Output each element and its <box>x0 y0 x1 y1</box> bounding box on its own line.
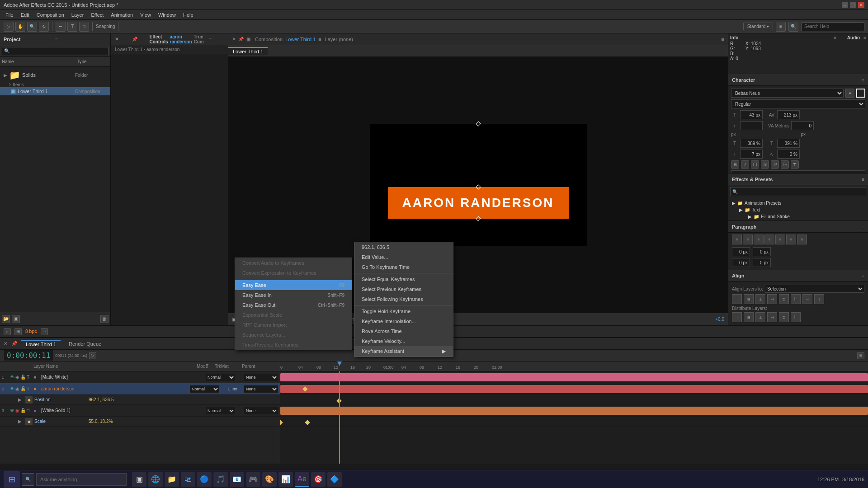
flow-btn[interactable]: → <box>41 328 48 335</box>
tool-shape[interactable]: □ <box>79 22 89 32</box>
effect-controls-pin[interactable]: 📌 <box>132 37 147 42</box>
zoom-level[interactable]: 41.7% <box>240 316 257 323</box>
comp-tab-pin[interactable]: 📌 <box>238 37 244 42</box>
paragraph-menu[interactable]: ≡ <box>862 224 864 230</box>
size3-input[interactable] <box>777 139 800 148</box>
tracking-input[interactable] <box>777 110 800 119</box>
align-center-btn[interactable]: ≡ <box>743 235 753 244</box>
keyframe-scale-start[interactable] <box>280 420 283 425</box>
bold-button[interactable]: B <box>731 160 739 169</box>
new-folder-button[interactable]: 📂 <box>2 315 10 323</box>
smallcaps-button[interactable]: Tc <box>761 160 769 169</box>
dist-top-btn[interactable]: ⊤ <box>732 312 742 322</box>
effect-controls-menu[interactable]: ≡ <box>209 37 225 42</box>
layer-1-lock-icon[interactable]: 🔓 <box>20 375 26 380</box>
layer-3-vis-icon[interactable]: 👁 <box>10 408 14 413</box>
workspace-options[interactable]: ≡ <box>776 22 786 32</box>
position-keyframe-icon[interactable]: ◆ <box>25 396 33 404</box>
scale-keyframe-icon[interactable]: ◆ <box>25 418 33 425</box>
space-after-input[interactable] <box>753 258 771 267</box>
menu-effect[interactable]: Effect <box>87 11 107 19</box>
tool-zoom[interactable]: 🔍 <box>27 22 37 32</box>
tl-play-btn[interactable]: ▷ <box>89 352 96 359</box>
menu-help[interactable]: Help <box>179 11 197 19</box>
menu-file[interactable]: File <box>2 11 17 19</box>
layer-1-solo-icon[interactable]: ◉ <box>15 375 19 380</box>
tsumi-input[interactable] <box>777 150 800 159</box>
grid-btn[interactable]: ⊞ <box>260 317 264 322</box>
layer-1-mode-dropdown[interactable]: Normal <box>206 374 235 381</box>
size2-input[interactable] <box>740 139 763 148</box>
active-camera[interactable]: Active Camera ▾ <box>330 316 367 323</box>
layer-2-row[interactable]: 2 👁 ◉ 🔓 T ■ aaron randerson Normal L Inv… <box>0 383 280 395</box>
ep-fill-stroke-item[interactable]: ▶ 📁 Fill and Stroke <box>746 213 866 220</box>
align-menu[interactable]: ≡ <box>862 273 864 278</box>
align-spread-v-btn[interactable]: ↕ <box>814 294 824 304</box>
font-size-input[interactable] <box>740 110 763 119</box>
effect-controls-close[interactable]: ✕ <box>115 37 130 42</box>
effects-presets-search[interactable] <box>730 187 866 196</box>
workspace-label[interactable]: Standard ▾ <box>743 23 773 30</box>
home-btn[interactable]: ⌂ <box>4 328 11 335</box>
align-justify-btn[interactable]: ≡ <box>764 235 774 244</box>
allcaps-button[interactable]: TT <box>751 160 759 169</box>
new-comp-button[interactable]: ▣ <box>12 315 20 323</box>
comp-tab-menu[interactable]: ≡ <box>722 37 724 42</box>
menu-edit[interactable]: Edit <box>17 11 33 19</box>
indent-left-input[interactable] <box>732 247 750 256</box>
comp-tab-lower-third[interactable]: Lower Third 1 <box>228 47 268 55</box>
comp-tab-close[interactable]: ✕ <box>232 37 236 42</box>
align-hleft-btn[interactable]: ⊣ <box>767 294 777 304</box>
keyframe-scale-end[interactable] <box>305 420 310 425</box>
audio-menu[interactable]: ≡ <box>863 35 866 40</box>
color-depth-badge[interactable]: 8 bpc <box>25 329 37 334</box>
align-vcenter-btn[interactable]: ⊟ <box>744 294 754 304</box>
taskbar-app-2[interactable]: 🎮 <box>246 472 260 487</box>
tool-text[interactable]: T <box>67 22 77 32</box>
space-before-input[interactable] <box>732 258 750 267</box>
indent-right-input[interactable] <box>753 247 771 256</box>
baseline-input[interactable] <box>740 150 763 159</box>
layer-2-vis-icon[interactable]: 👁 <box>10 386 14 391</box>
shortcut-dropdown[interactable]: Spacebar <box>731 170 865 174</box>
dist-hleft-btn[interactable]: ⊣ <box>767 312 777 322</box>
effects-presets-menu[interactable]: ≡ <box>862 177 864 182</box>
underline-button[interactable]: T̲ <box>791 160 799 169</box>
align-bottom-btn[interactable]: ⊥ <box>755 294 765 304</box>
layer-2-solo-icon[interactable]: ◉ <box>15 386 19 391</box>
kerning-input[interactable] <box>791 121 814 130</box>
layer-3-solo-icon[interactable]: ◉ <box>15 408 19 413</box>
font-style-dropdown[interactable]: Regular <box>731 99 865 108</box>
super-button[interactable]: T² <box>771 160 779 169</box>
menu-window[interactable]: Window <box>155 11 179 19</box>
taskbar-explorer[interactable]: 📁 <box>165 472 179 487</box>
position-expand-icon[interactable]: ▶ <box>18 397 25 402</box>
dist-hright-btn[interactable]: ⊢ <box>791 312 801 322</box>
layer-3-parent-dropdown[interactable]: None <box>244 407 278 414</box>
restore-button[interactable]: □ <box>850 2 856 8</box>
close-button[interactable]: ✕ <box>858 2 864 8</box>
tool-hand[interactable]: ✋ <box>15 22 25 32</box>
taskbar-edge[interactable]: 🌐 <box>148 472 163 487</box>
timeline-pin[interactable]: 📌 <box>11 341 18 347</box>
taskbar-search-icon[interactable]: 🔍 <box>22 473 34 486</box>
dist-bottom-btn[interactable]: ⊥ <box>755 312 765 322</box>
timeline-tab-lower-third[interactable]: Lower Third 1 <box>21 340 61 348</box>
align-top-btn[interactable]: ⊤ <box>732 294 742 304</box>
align-hright-btn[interactable]: ⊢ <box>791 294 801 304</box>
project-folder-solids[interactable]: ▶ 📁 Solids Folder <box>0 69 110 81</box>
tool-rotate[interactable]: ↻ <box>39 22 49 32</box>
taskbar-search-input[interactable] <box>36 473 127 486</box>
menu-animation[interactable]: Animation <box>107 11 137 19</box>
dist-hcenter-btn[interactable]: ⊡ <box>779 312 789 322</box>
taskbar-chrome[interactable]: 🔵 <box>197 472 212 487</box>
align-hcenter-btn[interactable]: ⊡ <box>779 294 789 304</box>
sub-button[interactable]: T₂ <box>781 160 789 169</box>
search-input[interactable] <box>801 22 864 31</box>
align-justify4-btn[interactable]: ≡ <box>797 235 807 244</box>
taskbar-store[interactable]: 🛍 <box>181 472 195 487</box>
layer-1-row[interactable]: 1 👁 ◉ 🔓 T ■ [Matte White] Normal None <box>0 371 280 383</box>
taskbar-app-6[interactable]: 🔷 <box>327 472 342 487</box>
view-options[interactable]: Third ▾ <box>308 316 326 323</box>
taskbar-app-5[interactable]: 🎯 <box>311 472 326 487</box>
